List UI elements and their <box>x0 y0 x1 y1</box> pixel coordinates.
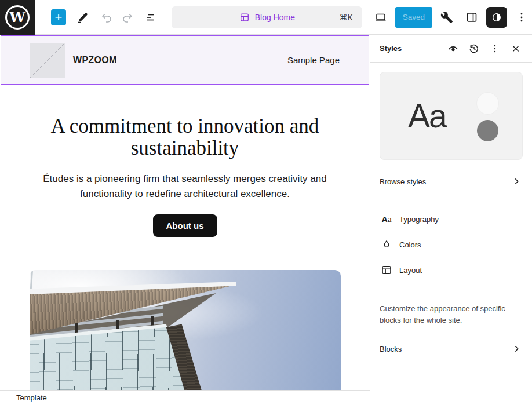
site-logo-placeholder[interactable] <box>30 43 65 78</box>
edit-mode-button[interactable] <box>72 7 93 28</box>
menu-item-colors[interactable]: Colors <box>380 232 523 257</box>
header-template-part-selected[interactable]: WPZOOM Sample Page <box>1 35 369 85</box>
style-preview-card[interactable]: Aa <box>380 72 523 160</box>
blocks-description: Customize the appearance of specific blo… <box>380 303 506 326</box>
hero-heading[interactable]: A commitment to innovation and sustainab… <box>34 115 336 159</box>
menu-item-layout[interactable]: Layout <box>380 257 523 283</box>
hero-button-row: About us <box>0 214 370 237</box>
editor-canvas: WPZOOM Sample Page A commitment to innov… <box>0 35 370 390</box>
document-overview-button[interactable] <box>140 7 161 28</box>
sidebar-title: Styles <box>380 44 402 53</box>
list-view-icon <box>144 10 158 24</box>
document-title: Blog Home <box>255 13 295 22</box>
close-icon <box>509 42 522 55</box>
blocks-label: Blocks <box>380 345 402 353</box>
options-kebab-icon <box>515 10 529 24</box>
style-preview-text: Aa <box>408 97 446 135</box>
styles-sidebar-header: Styles <box>370 35 532 63</box>
menu-label: Typography <box>399 215 439 224</box>
nav-link-sample-page[interactable]: Sample Page <box>287 55 340 65</box>
palette-dot-light <box>477 93 498 114</box>
styles-menu: Aa Typography Colors <box>380 206 523 283</box>
redo-icon <box>121 10 134 24</box>
document-bar[interactable]: Blog Home ⌘K <box>172 6 362 28</box>
options-menu-button[interactable] <box>511 7 532 28</box>
typography-icon: Aa <box>380 212 393 226</box>
tools-wrench-icon <box>440 11 453 24</box>
template-icon <box>239 12 250 23</box>
styles-options-button[interactable] <box>486 39 504 58</box>
edit-pencil-icon <box>75 10 89 24</box>
styles-contrast-icon <box>490 11 503 24</box>
undo-button[interactable] <box>96 7 117 28</box>
save-button[interactable]: Saved <box>395 7 432 28</box>
layout-icon <box>380 264 393 276</box>
hero-image[interactable] <box>30 270 341 390</box>
browse-styles-label: Browse styles <box>380 177 426 186</box>
hero-paragraph[interactable]: Études is a pioneering firm that seamles… <box>28 172 341 202</box>
devices-icon <box>374 10 388 24</box>
styles-toggle-active[interactable] <box>486 7 507 28</box>
menu-label: Colors <box>399 240 421 249</box>
menu-item-typography[interactable]: Aa Typography <box>380 206 523 232</box>
wordpress-logo-icon: W <box>5 5 30 30</box>
tools-button[interactable] <box>436 7 457 28</box>
styles-sidebar: Styles <box>370 35 532 405</box>
style-book-button[interactable] <box>444 39 462 58</box>
command-shortcut: ⌘K <box>339 13 352 22</box>
about-us-button[interactable]: About us <box>153 214 217 237</box>
site-title[interactable]: WPZOOM <box>73 55 117 65</box>
settings-sidebar-toggle[interactable] <box>461 7 482 28</box>
blocks-button[interactable]: Blocks <box>380 342 523 355</box>
settings-sidebar-icon <box>465 10 479 24</box>
editor-toolbar: W + Blo <box>0 0 532 35</box>
revisions-history-icon <box>468 42 480 55</box>
undo-icon <box>100 10 114 24</box>
preview-eye-icon <box>447 42 460 55</box>
menu-label: Layout <box>399 266 422 275</box>
chevron-right-icon <box>510 175 523 188</box>
redo-button[interactable] <box>117 7 138 28</box>
divider <box>370 289 532 289</box>
wordpress-logo-button[interactable]: W <box>0 0 35 35</box>
view-devices-button[interactable] <box>370 7 391 28</box>
colors-drop-icon <box>380 238 393 251</box>
chevron-right-icon <box>510 342 523 355</box>
palette-dot-dark <box>477 120 498 141</box>
breadcrumb-bar: Template <box>0 390 370 405</box>
options-kebab-icon <box>489 42 501 55</box>
divider <box>370 368 532 368</box>
browse-styles-button[interactable]: Browse styles <box>380 175 523 188</box>
revisions-button[interactable] <box>465 39 483 58</box>
inserter-plus-icon[interactable]: + <box>51 9 66 25</box>
breadcrumb-template[interactable]: Template <box>16 393 47 402</box>
close-sidebar-button[interactable] <box>507 39 525 58</box>
